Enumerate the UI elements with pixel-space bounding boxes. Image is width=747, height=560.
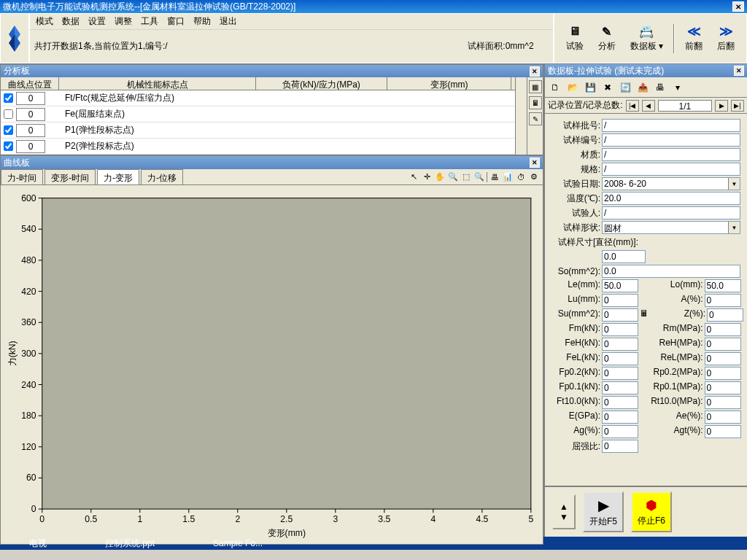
title-bar: 微机控制电子万能试验机测控系统--[金属材料室温拉伸试验(GB/T228-200… bbox=[0, 0, 747, 13]
updown-button[interactable]: ▲ ▼ bbox=[552, 494, 576, 529]
field-input[interactable]: 0 bbox=[602, 425, 638, 438]
field-input[interactable]: / bbox=[602, 148, 740, 161]
analysis-num[interactable]: 0 bbox=[16, 124, 45, 137]
field-input[interactable]: 0 bbox=[705, 294, 741, 307]
field-input[interactable]: 0 bbox=[707, 308, 743, 322]
analysis-scrollbar[interactable] bbox=[515, 77, 527, 155]
analysis-checkbox[interactable] bbox=[4, 109, 13, 119]
curve-close-icon[interactable]: ✕ bbox=[530, 158, 540, 168]
zoom-in-icon[interactable]: 🔍 bbox=[447, 171, 459, 183]
clock-icon[interactable]: ⏱ bbox=[515, 171, 527, 183]
field-input[interactable]: 0 bbox=[602, 308, 638, 322]
field-input[interactable]: 0.0 bbox=[602, 265, 740, 278]
field-input[interactable]: 50.0 bbox=[602, 279, 638, 292]
field-input[interactable]: 0 bbox=[705, 367, 741, 380]
analysis-num[interactable]: 0 bbox=[16, 140, 45, 153]
menu-调整[interactable]: 调整 bbox=[112, 14, 135, 29]
nav-prev-button[interactable]: ◀ bbox=[642, 100, 655, 112]
date-dropdown[interactable]: 2008- 6-20▼ bbox=[602, 177, 740, 190]
field-input[interactable]: 0 bbox=[705, 381, 741, 394]
menu-工具[interactable]: 工具 bbox=[138, 14, 161, 29]
field-input[interactable]: 0 bbox=[602, 323, 638, 336]
open-icon[interactable]: 📂 bbox=[565, 80, 580, 95]
toolbar-试验[interactable]: 🖥试验 bbox=[562, 21, 588, 55]
curve-tab-1[interactable]: 变形-时间 bbox=[44, 169, 96, 184]
print2-icon[interactable]: 🖶 bbox=[653, 80, 667, 95]
field-input[interactable]: 0 bbox=[602, 411, 638, 424]
field-input[interactable]: 0 bbox=[602, 367, 638, 380]
field-input[interactable]: 0 bbox=[602, 352, 638, 365]
print-icon[interactable]: 🖶 bbox=[489, 171, 500, 183]
menu-窗口[interactable]: 窗口 bbox=[164, 14, 187, 29]
chart-icon[interactable]: 📊 bbox=[502, 171, 514, 183]
field-input[interactable]: 0 bbox=[705, 411, 741, 424]
hand-icon[interactable]: ✋ bbox=[434, 171, 446, 183]
calc-icon[interactable]: 🖩 bbox=[640, 308, 649, 322]
analysis-grid-icon[interactable]: ▦ bbox=[529, 80, 542, 93]
analysis-close-icon[interactable]: ✕ bbox=[530, 66, 540, 77]
field-input[interactable]: / bbox=[602, 119, 740, 132]
data-header: 数据板-拉伸试验 (测试未完成) ✕ bbox=[545, 64, 747, 77]
analysis-num[interactable]: 0 bbox=[16, 92, 45, 105]
nav-last-button[interactable]: ▶| bbox=[731, 100, 744, 112]
toolbar-分析[interactable]: ✎分析 bbox=[594, 21, 620, 55]
start-button[interactable]: ▶ 开始F5 bbox=[583, 491, 624, 532]
toolbar-后翻[interactable]: ≫后翻 bbox=[713, 21, 739, 55]
toolbar-icon: 🖥 bbox=[568, 24, 582, 39]
data-close-icon[interactable]: ✕ bbox=[734, 66, 744, 76]
field-input[interactable]: 0 bbox=[705, 323, 741, 336]
curve-panel: 曲线板 ✕ 力-时间变形-时间力-变形力-位移 ↖ ✛ ✋ 🔍 ⬚ 🔍 🖶 📊 … bbox=[0, 155, 543, 545]
stop-button[interactable]: ⬢ 停止F6 bbox=[631, 491, 672, 532]
analysis-calc-icon[interactable]: 🖩 bbox=[529, 96, 542, 109]
save-icon[interactable]: 💾 bbox=[583, 80, 597, 95]
export-icon[interactable]: 📤 bbox=[635, 80, 650, 95]
toolbar-前翻[interactable]: ≪前翻 bbox=[681, 21, 707, 55]
nav-next-button[interactable]: ▶ bbox=[715, 100, 728, 112]
analysis-edit-icon[interactable]: ✎ bbox=[529, 112, 542, 125]
zoom-area-icon[interactable]: ⬚ bbox=[460, 171, 472, 183]
field-input[interactable]: 0 bbox=[602, 294, 638, 307]
svg-text:0.5: 0.5 bbox=[85, 514, 97, 524]
dropdown-icon[interactable]: ▾ bbox=[670, 80, 685, 95]
menu-退出[interactable]: 退出 bbox=[217, 14, 240, 29]
field-input[interactable]: 0.0 bbox=[602, 250, 646, 263]
analysis-num[interactable]: 0 bbox=[16, 108, 45, 121]
nav-first-button[interactable]: |◀ bbox=[626, 100, 639, 112]
analysis-checkbox[interactable] bbox=[4, 125, 13, 135]
menu-数据[interactable]: 数据 bbox=[59, 14, 82, 29]
toolbar-icon: 📇 bbox=[639, 24, 654, 39]
curve-tab-3[interactable]: 力-位移 bbox=[141, 169, 183, 184]
settings-icon[interactable]: ⚙ bbox=[528, 171, 540, 183]
field-input[interactable]: / bbox=[602, 163, 740, 176]
close-button[interactable]: ✕ bbox=[732, 1, 744, 12]
field-input[interactable]: 0 bbox=[705, 425, 741, 438]
zoom-out-icon[interactable]: 🔍 bbox=[473, 171, 485, 183]
field-input[interactable]: / bbox=[602, 133, 740, 147]
curve-tab-0[interactable]: 力-时间 bbox=[1, 169, 43, 184]
refresh-icon[interactable]: 🔄 bbox=[618, 80, 632, 95]
toolbar-数据板[interactable]: 📇数据板 ▾ bbox=[626, 21, 667, 55]
field-input[interactable]: 0 bbox=[705, 396, 741, 409]
crosshair-icon[interactable]: ✛ bbox=[421, 171, 433, 183]
field-input[interactable]: 0 bbox=[602, 338, 638, 351]
delete-icon[interactable]: ✖ bbox=[600, 80, 615, 95]
field-input[interactable]: 0 bbox=[602, 396, 638, 409]
new-icon[interactable]: 🗋 bbox=[548, 80, 562, 95]
field-input[interactable]: 0 bbox=[602, 440, 638, 453]
svg-text:3: 3 bbox=[333, 514, 338, 524]
field-input[interactable]: 20.0 bbox=[602, 192, 740, 205]
menu-设置[interactable]: 设置 bbox=[85, 14, 109, 29]
field-input[interactable]: 0 bbox=[705, 352, 741, 365]
field-input[interactable]: 50.0 bbox=[705, 279, 741, 292]
menu-帮助[interactable]: 帮助 bbox=[190, 14, 214, 29]
analysis-checkbox[interactable] bbox=[4, 93, 13, 103]
shape-dropdown[interactable]: 圆材▼ bbox=[602, 221, 740, 234]
cursor-icon[interactable]: ↖ bbox=[408, 171, 419, 183]
analysis-panel: 分析板 ✕ 曲线点位置机械性能标志点负荷(kN)/应力(MPa)变形(mm) 0… bbox=[0, 64, 543, 155]
analysis-checkbox[interactable] bbox=[4, 141, 13, 151]
field-input[interactable]: / bbox=[602, 206, 740, 219]
field-input[interactable]: 0 bbox=[705, 338, 741, 351]
field-input[interactable]: 0 bbox=[602, 381, 638, 394]
menu-模式[interactable]: 模式 bbox=[33, 14, 56, 29]
curve-tab-2[interactable]: 力-变形 bbox=[97, 169, 139, 184]
